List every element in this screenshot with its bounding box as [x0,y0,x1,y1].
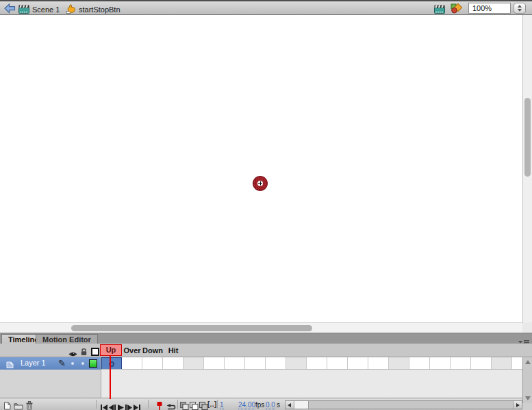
frame-cell[interactable] [286,357,307,370]
layer-lock-dot[interactable] [81,362,84,365]
layer-type-icon [5,359,14,372]
timeline-header: Up Over Down Hit [0,344,532,357]
edit-scene-clapperboard-icon [434,5,445,14]
outline-square-icon [91,348,99,356]
onion-skin-outlines-icon [190,402,199,410]
new-layer-icon [3,402,12,410]
frame-cell[interactable] [471,357,492,370]
layer-outline-color-swatch[interactable] [89,359,97,368]
frame-cell[interactable] [389,357,409,370]
zoom-stepper-button[interactable] [514,3,526,14]
eye-icon [68,351,77,357]
button-symbol-icon [66,4,77,14]
timeline-horizontal-scrollbar-thumb[interactable] [294,401,309,409]
timeline-vertical-scrollbar[interactable] [522,357,532,403]
onion-skin-outlines-button[interactable] [190,400,199,410]
frame-cell[interactable] [368,357,389,370]
scroll-up-arrow-icon[interactable] [525,360,531,364]
zoom-level-combobox[interactable]: 100% [468,3,511,14]
stage-vertical-scrollbar-thumb[interactable] [524,98,531,177]
step-back-icon [108,405,116,410]
frame-cell[interactable] [327,357,348,370]
layer-row[interactable]: Layer 1 ✎ [0,357,101,370]
stepper-arrows-icon [517,5,522,12]
pencil-edit-icon: ✎ [58,358,66,368]
frame-label-hit: Hit [163,346,183,356]
frame-cell[interactable] [266,357,286,370]
loop-icon [165,404,177,410]
frame-label-over: Over [122,346,142,356]
stage-vertical-scrollbar[interactable] [522,15,532,322]
timeline-scroll-left-button[interactable] [286,401,294,409]
modify-markers-button[interactable]: [‥] [207,400,216,408]
frame-cell[interactable] [183,357,204,370]
layer-name-label[interactable]: Layer 1 [21,359,46,367]
frame-label-down: Down [142,346,163,356]
frame-cell[interactable] [245,357,266,370]
timeline-horizontal-scrollbar[interactable] [285,400,522,409]
frame-cell[interactable] [163,357,183,370]
playhead-line [110,356,111,399]
frame-cell[interactable] [122,357,142,370]
lock-icon [80,348,88,356]
frame-cell[interactable] [348,357,368,370]
center-frame-playhead-icon [155,402,164,410]
frame-cell[interactable] [142,357,163,370]
stage-horizontal-scrollbar[interactable] [0,322,522,333]
go-last-icon [133,405,141,410]
tab-motion-editor[interactable]: Motion Editor [36,334,98,344]
loop-playback-button[interactable] [165,401,177,410]
go-to-last-frame-button[interactable] [133,401,141,410]
new-folder-button[interactable] [14,400,23,410]
play-button[interactable] [116,401,125,410]
frame-cell[interactable] [307,357,327,370]
frame-cell[interactable] [101,357,122,370]
current-frame-value[interactable]: 1 [220,401,224,409]
delete-layer-button[interactable] [25,400,34,410]
registration-crosshair-icon [257,181,263,186]
step-forward-button[interactable] [125,401,133,410]
timeline-status-bar: [‥] 1 24.00 fps 0.0 s [0,398,522,410]
panel-menu-button[interactable] [518,336,530,342]
frame-cell[interactable] [451,357,471,370]
frames-row[interactable] [101,357,522,370]
scroll-down-arrow-icon[interactable] [525,396,531,400]
onion-skin-icon [180,402,189,410]
elapsed-time-value[interactable]: 0.0 [266,401,275,409]
edit-symbols-icon [451,3,462,14]
layer-visibility-dot[interactable] [71,362,74,365]
frame-cell[interactable] [492,357,512,370]
edit-bar: Scene 1 startStopBtn [0,0,532,15]
go-to-first-frame-button[interactable] [100,401,108,410]
flash-authoring-window: Scene 1 startStopBtn [0,0,532,410]
folder-icon [14,402,23,410]
scroll-right-arrow-icon [516,403,520,407]
frame-rate-value[interactable]: 24.00 [238,401,255,409]
stage-scrollbar-corner [522,322,532,333]
frame-cell[interactable] [204,357,225,370]
timeline-tabbar: Timeline Motion Editor [0,333,532,344]
red-button-instance[interactable] [253,176,268,191]
timeline-scroll-right-button[interactable] [513,401,522,409]
go-first-icon [100,405,108,410]
frame-cell[interactable] [512,357,522,370]
frame-cell[interactable] [409,357,430,370]
back-arrow-icon [4,3,16,14]
frame-cell[interactable] [430,357,451,370]
onion-skin-button[interactable] [180,400,189,410]
playhead-frame-label-up[interactable]: Up [100,344,122,356]
step-forward-icon [125,405,133,410]
trash-icon [25,401,34,410]
new-layer-button[interactable] [3,400,12,410]
scroll-left-arrow-icon [288,403,291,407]
center-frame-button[interactable] [155,400,164,410]
elapsed-time-unit-label: s [277,401,280,409]
frame-cell[interactable] [225,357,245,370]
play-icon [116,405,125,410]
scene-clapperboard-icon [18,5,29,14]
frame-rate-unit-label: fps [255,401,264,409]
stage-horizontal-scrollbar-thumb[interactable] [71,325,312,331]
step-back-button[interactable] [108,401,116,410]
timeline-scrollbar-corner [522,403,532,410]
stage-canvas[interactable] [0,15,522,322]
